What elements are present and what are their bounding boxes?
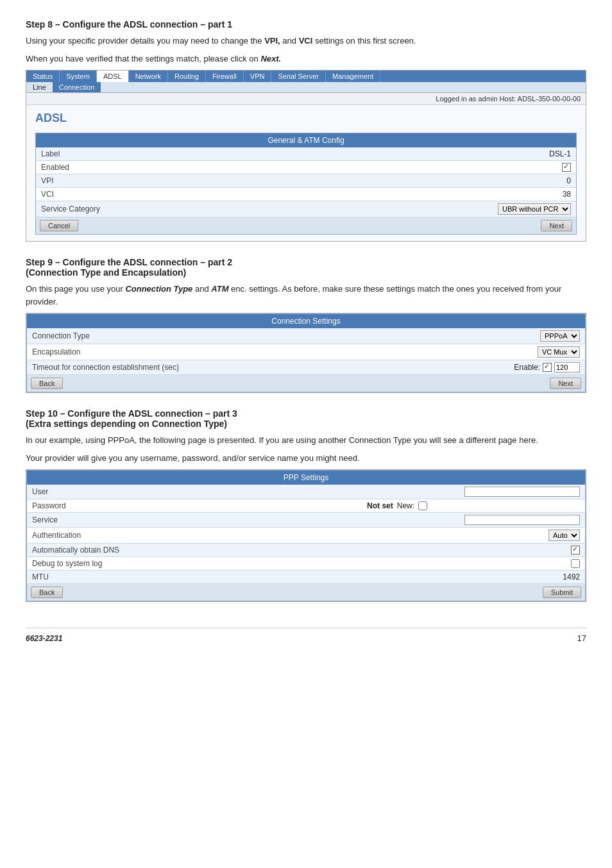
step9-btn-row: Back Next [27, 375, 585, 392]
table-row: Encapsulation VC Mux [27, 344, 586, 360]
button-row: Back Submit [27, 584, 586, 601]
value-cell: DSL-1 [360, 147, 576, 161]
label-cell: MTU [27, 571, 362, 584]
step10-config-table: PPP Settings User Password Not set New: [26, 470, 586, 601]
tab-management[interactable]: Management [326, 71, 380, 82]
auto-dns-checkbox[interactable] [571, 546, 580, 555]
table-row: Enabled [36, 161, 577, 174]
step8-heading: Step 8 – Configure the ADSL connection –… [26, 19, 586, 29]
label-cell: Authentication [27, 528, 362, 544]
step10-back-button[interactable]: Back [31, 587, 63, 598]
step9-heading: Step 9 – Configure the ADSL connection –… [26, 257, 586, 278]
table-row: VPI 0 [36, 174, 577, 188]
tab-firewall[interactable]: Firewall [206, 71, 244, 82]
table-row: Timeout for connection establishment (se… [27, 360, 586, 375]
value-cell: 1492 [362, 571, 585, 584]
tab-vpn[interactable]: VPN [244, 71, 272, 82]
connection-type-select[interactable]: PPPoA [540, 330, 580, 342]
step8-body: ADSL General & ATM Config Label DSL-1 En… [26, 105, 586, 241]
label-cell: Password [27, 499, 362, 513]
value-cell: VC Mux [362, 344, 585, 360]
doc-number: 6623-2231 [26, 634, 62, 643]
enable-row: Enable: [367, 362, 580, 372]
label-cell: Service Category [36, 201, 361, 217]
step10-router-panel: PPP Settings User Password Not set New: [26, 469, 586, 602]
label-cell: Enabled [36, 161, 361, 174]
value-cell: UBR without PCR [360, 201, 576, 217]
table-row: MTU 1492 [27, 571, 586, 584]
step8-btn-row: Cancel Next [36, 217, 576, 234]
label-cell: Automatically obtain DNS [27, 544, 362, 557]
password-new-checkbox[interactable] [418, 501, 427, 510]
value-cell: 0 [360, 174, 576, 188]
step9-section: Step 9 – Configure the ADSL connection –… [26, 257, 586, 393]
value-cell [360, 161, 576, 174]
step9-back-button[interactable]: Back [31, 378, 63, 389]
enabled-checkbox[interactable] [562, 163, 571, 172]
table-row: User [27, 485, 586, 499]
tab-routing[interactable]: Routing [168, 71, 206, 82]
value-cell: PPPoA [362, 328, 585, 344]
step9-config-table: Connection Settings Connection Type PPPo… [26, 313, 586, 392]
table-row: Service [27, 513, 586, 528]
page-number: 17 [577, 633, 586, 643]
step9-router-panel: Connection Settings Connection Type PPPo… [26, 313, 586, 393]
step10-para2: Your provider will give you any username… [26, 452, 586, 465]
service-category-select[interactable]: UBR without PCR [498, 203, 571, 215]
value-cell [362, 557, 585, 571]
password-row: Not set New: [367, 501, 580, 510]
user-input[interactable] [464, 487, 580, 497]
step10-heading: Step 10 – Configure the ADSL connection … [26, 408, 586, 429]
step8-login-info: Logged in as admin Host: ADSL-350-00-00-… [26, 93, 586, 105]
label-cell: Connection Type [27, 328, 362, 344]
step10-para1: In our example, using PPPoA, the followi… [26, 434, 586, 447]
table-row: Password Not set New: [27, 499, 586, 513]
step9-next-button[interactable]: Next [550, 378, 581, 389]
value-cell: Auto [362, 528, 585, 544]
step8-panel-title: ADSL [35, 112, 577, 125]
step8-cancel-button[interactable]: Cancel [40, 220, 78, 231]
step10-body: PPP Settings User Password Not set New: [26, 470, 586, 601]
tab-network[interactable]: Network [129, 71, 168, 82]
tab-status[interactable]: Status [26, 71, 60, 82]
tab-system[interactable]: System [60, 71, 97, 82]
step8-para2: When you have verified that the settings… [26, 53, 586, 65]
step10-table-header: PPP Settings [27, 471, 586, 485]
subtab-line[interactable]: Line [26, 82, 53, 92]
step8-section: Step 8 – Configure the ADSL connection –… [26, 19, 586, 242]
label-cell: VCI [36, 188, 361, 201]
value-cell [362, 544, 585, 557]
button-row: Back Next [27, 375, 586, 392]
step8-subtabs: Line Connection [26, 82, 586, 93]
label-cell: VPI [36, 174, 361, 188]
subtab-connection[interactable]: Connection [53, 82, 101, 92]
footer: 6623-2231 17 [26, 628, 586, 643]
authentication-select[interactable]: Auto [548, 530, 580, 541]
step8-next-button[interactable]: Next [541, 220, 572, 231]
table-row: Automatically obtain DNS [27, 544, 586, 557]
value-cell [362, 485, 585, 499]
step9-para1: On this page you use your Connection Typ… [26, 283, 586, 308]
service-input[interactable] [464, 515, 580, 525]
tab-adsl[interactable]: ADSL [97, 71, 129, 82]
step10-submit-button[interactable]: Submit [543, 587, 581, 598]
table-row: Debug to system log [27, 557, 586, 571]
step8-table-header: General & ATM Config [36, 133, 577, 148]
value-cell: Not set New: [362, 499, 585, 513]
not-set-label: Not set [367, 501, 393, 510]
encapsulation-select[interactable]: VC Mux [538, 346, 580, 358]
debug-checkbox[interactable] [571, 559, 580, 568]
label-cell: Debug to system log [27, 557, 362, 571]
tab-serial-server[interactable]: Serial Server [271, 71, 326, 82]
label-cell: User [27, 485, 362, 499]
label-cell: Timeout for connection establishment (se… [27, 360, 362, 375]
table-row: VCI 38 [36, 188, 577, 201]
label-cell: Encapsulation [27, 344, 362, 360]
enable-checkbox[interactable] [543, 363, 552, 372]
step10-btn-row: Back Submit [27, 584, 585, 601]
step9-table-header: Connection Settings [27, 314, 586, 329]
step8-router-panel: Status System ADSL Network Routing Firew… [26, 70, 586, 242]
timeout-input[interactable] [554, 362, 580, 372]
table-row: Label DSL-1 [36, 147, 577, 161]
step8-config-table: General & ATM Config Label DSL-1 Enabled… [35, 133, 577, 235]
